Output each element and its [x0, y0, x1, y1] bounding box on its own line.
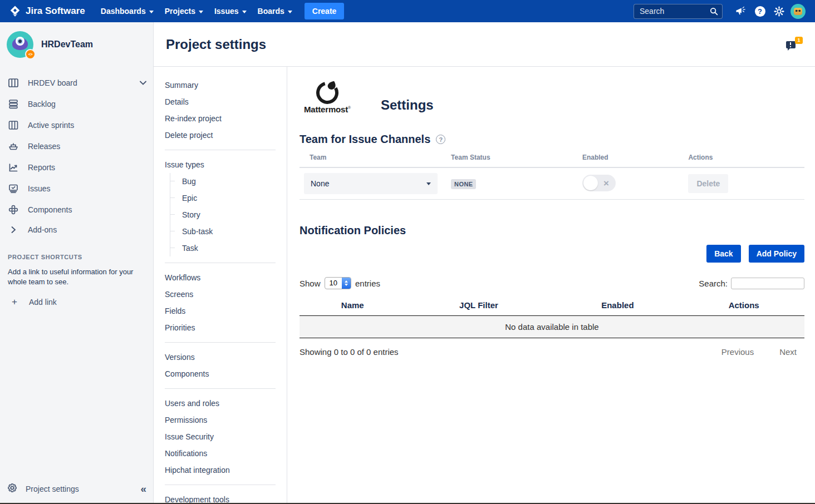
menu-boards[interactable]: Boards [252, 3, 298, 19]
sidebar-item-label: Add-ons [28, 225, 146, 234]
sidebar-item-releases[interactable]: Releases [0, 136, 153, 157]
col-actions: Actions [688, 154, 804, 167]
nav-workflows[interactable]: Workflows [165, 269, 276, 286]
nav-notifications[interactable]: Notifications [165, 445, 276, 462]
table-search: Search: [699, 278, 804, 289]
entries-summary: Showing 0 to 0 of 0 entries [300, 347, 399, 357]
nav-reindex-project[interactable]: Re-index project [165, 110, 276, 127]
nav-issue-type-bug[interactable]: Bug [170, 173, 276, 190]
nav-components[interactable]: Components [165, 365, 276, 382]
chevron-down-icon [199, 11, 203, 13]
nav-development-tools[interactable]: Development tools [165, 491, 276, 503]
nav-issue-security[interactable]: Issue Security [165, 428, 276, 445]
col-jql-filter[interactable]: JQL Filter [405, 297, 552, 316]
profile-button[interactable] [788, 2, 807, 20]
sidebar-item-label: Issues [28, 184, 146, 193]
menu-issues-label: Issues [214, 7, 239, 16]
nav-users-and-roles[interactable]: Users and roles [165, 395, 276, 412]
announcements-button[interactable] [731, 2, 750, 20]
nav-delete-project[interactable]: Delete project [165, 127, 276, 144]
nav-issue-type-subtask[interactable]: Sub-task [170, 223, 276, 240]
nav-issue-types[interactable]: Issue types [165, 156, 276, 173]
menu-dashboards[interactable]: Dashboards [95, 3, 159, 19]
project-avatar[interactable]: <> [7, 31, 33, 58]
toggle-knob [583, 176, 598, 190]
policies-buttons: Back Add Policy [300, 245, 804, 263]
team-select[interactable]: None [304, 173, 438, 194]
sidebar-item-label: Active sprints [28, 121, 146, 130]
exclamation-icon [790, 42, 791, 45]
nav-hipchat-integration[interactable]: Hipchat integration [165, 462, 276, 478]
sidebar-item-project-settings[interactable]: Project settings « [0, 474, 153, 503]
empty-message: No data available in table [300, 316, 804, 338]
sidebar-item-backlog[interactable]: Backlog [0, 93, 153, 115]
sidebar-item-active-sprints[interactable]: Active sprints [0, 115, 153, 136]
ship-icon [7, 141, 20, 152]
menu-projects[interactable]: Projects [159, 3, 209, 19]
project-shortcuts: PROJECT SHORTCUTS Add a link to useful i… [0, 254, 153, 308]
shortcuts-heading: PROJECT SHORTCUTS [8, 254, 145, 260]
jira-brand[interactable]: Jira Software [9, 5, 85, 17]
mattermost-brand: Mattermost® [300, 79, 355, 114]
help-button[interactable]: ? [750, 2, 769, 20]
nav-issue-type-epic[interactable]: Epic [170, 190, 276, 206]
nav-permissions[interactable]: Permissions [165, 412, 276, 428]
enabled-toggle[interactable]: × [582, 175, 616, 191]
col-enabled: Enabled [582, 154, 688, 167]
collapse-sidebar-icon[interactable]: « [140, 483, 146, 495]
menu-issues[interactable]: Issues [209, 3, 252, 19]
sidebar-item-label: Releases [28, 142, 146, 151]
settings-button[interactable] [769, 2, 788, 20]
nav-issue-type-task[interactable]: Task [170, 240, 276, 256]
table-search-input[interactable] [731, 278, 804, 289]
col-actions[interactable]: Actions [683, 297, 804, 316]
create-button[interactable]: Create [305, 3, 345, 19]
chart-icon [7, 162, 20, 173]
sidebar-item-issues[interactable]: Issues [0, 178, 153, 199]
megaphone-icon [735, 6, 747, 16]
chevron-down-icon [242, 11, 247, 13]
divider [165, 485, 276, 485]
nav-summary[interactable]: Summary [165, 77, 276, 93]
divider [165, 342, 276, 343]
sidebar-item-addons[interactable]: Add-ons [0, 220, 153, 239]
col-team: Team [300, 154, 451, 167]
datatable-footer: Showing 0 to 0 of 0 entries Previous Nex… [300, 347, 804, 357]
col-enabled[interactable]: Enabled [552, 297, 683, 316]
sidebar-item-components[interactable]: Components [0, 199, 153, 220]
nav-issue-type-story[interactable]: Story [170, 206, 276, 223]
notification-policies-section: Notification Policies Back Add Policy Sh… [300, 224, 804, 357]
back-button[interactable]: Back [706, 245, 740, 263]
notification-badge: 1 [795, 37, 803, 44]
sidebar-item-reports[interactable]: Reports [0, 157, 153, 178]
previous-button[interactable]: Previous [721, 347, 754, 357]
nav-fields[interactable]: Fields [165, 303, 276, 319]
close-icon: × [603, 179, 609, 188]
issue-types-tree: Bug Epic Story Sub-task Task [170, 173, 276, 256]
add-link-button[interactable]: + Add link [8, 297, 145, 308]
sidebar-footer-label: Project settings [26, 485, 79, 493]
nav-details[interactable]: Details [165, 93, 276, 110]
next-button[interactable]: Next [779, 347, 797, 357]
help-icon: ? [755, 6, 765, 17]
divider [165, 150, 276, 150]
nav-screens[interactable]: Screens [165, 286, 276, 303]
add-policy-button[interactable]: Add Policy [749, 245, 804, 263]
global-search-input[interactable] [634, 4, 723, 19]
col-name[interactable]: Name [300, 297, 405, 316]
team-table: Team Team Status Enabled Actions None [300, 154, 804, 200]
nav-versions[interactable]: Versions [165, 349, 276, 365]
sidebar-item-board[interactable]: HRDEV board [0, 72, 153, 93]
delete-button[interactable]: Delete [688, 174, 728, 193]
help-icon[interactable]: ? [436, 135, 445, 144]
page-title: Project settings [166, 37, 266, 52]
menu-dashboards-label: Dashboards [101, 7, 146, 16]
sidebar-item-label: Components [28, 205, 146, 214]
team-section-header: Team for Issue Channels ? [300, 133, 804, 146]
entries-select[interactable]: 10 [325, 277, 351, 289]
stepper-icon [342, 278, 351, 289]
top-navbar: Jira Software Dashboards Projects Issues… [0, 0, 815, 22]
project-settings-nav: Summary Details Re-index project Delete … [154, 67, 287, 503]
nav-priorities[interactable]: Priorities [165, 319, 276, 336]
feedback-button[interactable]: 1 [786, 37, 803, 52]
